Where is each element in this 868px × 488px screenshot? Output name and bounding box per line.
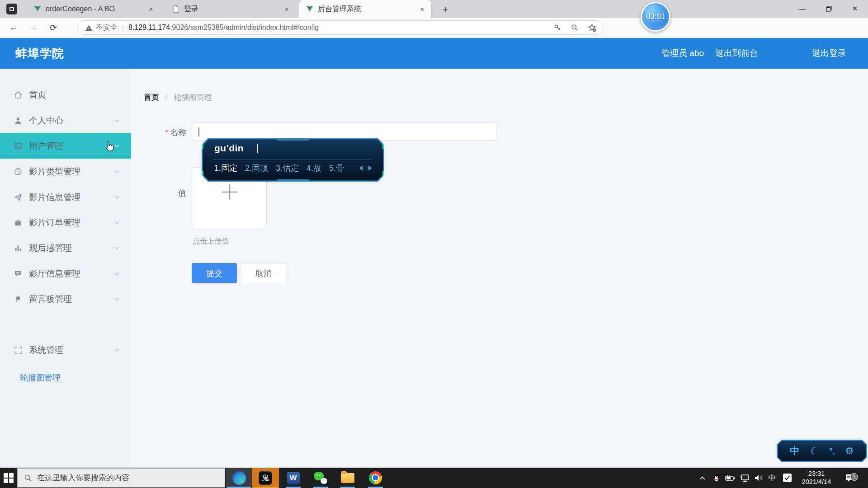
- tray-battery-icon[interactable]: [723, 468, 737, 488]
- tab-admin-active[interactable]: 后台管理系统 ✕: [299, 0, 431, 18]
- chevron-down-icon: [114, 117, 120, 124]
- bar-chart-icon: [14, 244, 23, 253]
- app-header: 蚌埠学院 管理员 abo 退出到前台 退出登录: [0, 38, 868, 69]
- sidebar-item-movie-info[interactable]: 影片信息管理: [0, 185, 131, 210]
- sidebar-item-profile[interactable]: 个人中心: [0, 108, 131, 133]
- zoom-out-icon[interactable]: [569, 22, 580, 33]
- back-to-front-link[interactable]: 退出到前台: [715, 47, 758, 59]
- tray-ime-lang-indicator[interactable]: 中: [766, 468, 778, 488]
- ime-candidate[interactable]: 5.骨: [329, 163, 344, 174]
- cancel-button[interactable]: 取消: [241, 263, 286, 283]
- taskbar-search[interactable]: [17, 468, 225, 488]
- chevron-down-icon: [114, 169, 120, 175]
- ime-candidate[interactable]: 1.固定: [214, 163, 237, 174]
- new-tab-button[interactable]: +: [439, 4, 451, 15]
- tab-close-icon[interactable]: ✕: [282, 5, 291, 14]
- action-center-icon[interactable]: 1: [842, 468, 858, 488]
- tray-volume-icon[interactable]: [752, 468, 765, 488]
- taskbar-icon-chrome[interactable]: [362, 468, 388, 488]
- tray-expand-chevron[interactable]: [696, 468, 708, 488]
- reload-button[interactable]: ⟳: [47, 21, 60, 34]
- sidebar-item-message-board[interactable]: 留言板管理: [0, 286, 131, 312]
- ime-candidate[interactable]: 3.估定: [276, 163, 299, 174]
- admin-user-label: 管理员 abo: [661, 47, 704, 59]
- tray-check-app-icon[interactable]: [780, 468, 794, 488]
- chevron-down-icon: [114, 220, 120, 226]
- ime-page-prev-icon[interactable]: [359, 165, 363, 171]
- ime-moon-icon[interactable]: ☾: [810, 446, 819, 456]
- window-minimize-button[interactable]: —: [789, 0, 816, 17]
- sidebar-subitem-carousel[interactable]: 轮播图管理: [20, 370, 131, 386]
- vue-logo-icon: [33, 5, 42, 13]
- ime-page-next-icon[interactable]: [368, 165, 373, 171]
- logout-link[interactable]: 退出登录: [812, 47, 846, 59]
- pin-icon: [14, 295, 23, 304]
- ime-candidate[interactable]: 2.固顶: [245, 163, 268, 174]
- taskbar-icon-gui-app[interactable]: 鬼: [252, 468, 279, 488]
- sidebar-item-reviews[interactable]: 观后感管理: [0, 235, 131, 261]
- ime-mode-chinese[interactable]: 中: [790, 445, 800, 457]
- plus-icon: [220, 182, 240, 202]
- submit-button[interactable]: 提交: [192, 263, 237, 283]
- tab-login[interactable]: 登录 ✕: [165, 0, 296, 18]
- tab-title: 登录: [184, 5, 278, 14]
- start-button[interactable]: [4, 473, 14, 483]
- window-restore-button[interactable]: [816, 0, 842, 17]
- tray-network-monitor-icon[interactable]: [738, 468, 752, 488]
- word-icon: W: [287, 472, 300, 484]
- gui-app-icon: 鬼: [259, 471, 272, 485]
- chrome-icon: [369, 471, 382, 484]
- tray-qq-icon[interactable]: [710, 468, 722, 488]
- search-input[interactable]: [36, 473, 208, 483]
- tray-clock[interactable]: 23:31 2021/4/14: [796, 469, 837, 486]
- add-favorite-star-icon[interactable]: [586, 22, 598, 33]
- ime-settings-gear-icon[interactable]: ⚙: [845, 446, 854, 456]
- taskbar-icon-wechat[interactable]: [307, 468, 333, 488]
- search-icon: [24, 474, 32, 482]
- name-input[interactable]: [192, 122, 496, 141]
- briefcase-icon: [14, 218, 23, 227]
- chevron-up-icon: [114, 347, 120, 353]
- tab-title: orderCodegen - A BO: [46, 5, 143, 13]
- taskbar-icon-word[interactable]: W: [280, 468, 306, 488]
- address-bar[interactable]: 不安全 | 8.129.11.174 :9026/ssm25385/admin/…: [77, 20, 604, 35]
- chevron-down-icon: [114, 296, 120, 302]
- security-label[interactable]: 不安全: [96, 23, 118, 33]
- sidebar-item-movie-orders[interactable]: 影片订单管理: [0, 210, 131, 235]
- chevron-down-icon: [114, 245, 120, 251]
- chevron-down-icon: [114, 194, 120, 201]
- sidebar-item-home[interactable]: 首页: [0, 82, 131, 108]
- ime-punctuation-icon[interactable]: °,: [829, 446, 835, 456]
- image-icon: [14, 141, 23, 150]
- sidebar-item-movie-types[interactable]: 影片类型管理: [0, 159, 131, 184]
- edge-icon: [232, 471, 246, 485]
- browser-toolbar: ← → ⟳ 不安全 | 8.129.11.174 :9026/ssm25385/…: [0, 18, 868, 37]
- mouse-cursor-hand: [104, 140, 116, 153]
- ime-candidate-window: gu'din 1.固定 2.固顶 3.估定 4.故 5.骨: [202, 138, 384, 182]
- tray-date: 2021/4/14: [796, 478, 837, 486]
- upload-hint: 点击上传值: [193, 237, 229, 246]
- notification-badge: 1: [850, 473, 858, 481]
- screen-timer-overlay[interactable]: 03:01: [641, 2, 670, 32]
- browser-tab-strip: orderCodegen - A BO ✕ 登录 ✕ 后台管理系统 ✕ + — …: [0, 0, 868, 18]
- tab-actions-icon[interactable]: [6, 4, 17, 14]
- url-path: :9026/ssm25385/admin/dist/index.html#/co…: [170, 23, 319, 32]
- taskbar-icon-edge[interactable]: [226, 468, 252, 488]
- tab-ordercodegen[interactable]: orderCodegen - A BO ✕: [27, 0, 160, 18]
- sidebar-item-system[interactable]: 系统管理: [0, 338, 131, 363]
- back-button[interactable]: ←: [7, 21, 20, 34]
- ime-toolbar: 中 ☾ °, ⚙: [777, 440, 867, 462]
- forward-button[interactable]: →: [27, 21, 40, 34]
- password-key-icon[interactable]: [552, 22, 563, 33]
- breadcrumb-home[interactable]: 首页: [144, 93, 159, 102]
- ime-candidate[interactable]: 4.故: [307, 163, 321, 174]
- taskbar-icon-explorer[interactable]: [335, 468, 361, 488]
- tab-close-icon[interactable]: ✕: [146, 5, 156, 14]
- folder-icon: [341, 473, 354, 483]
- name-field-label: *名称: [131, 127, 186, 138]
- sidebar-item-halls[interactable]: 影厅信息管理: [0, 261, 131, 286]
- tab-close-icon[interactable]: ✕: [418, 5, 427, 14]
- main-content: 首页 / 轮播图管理 *名称 值 点击上传值 提交 取消: [131, 69, 868, 468]
- window-close-button[interactable]: ✕: [842, 0, 868, 17]
- chevron-down-icon: [114, 271, 120, 277]
